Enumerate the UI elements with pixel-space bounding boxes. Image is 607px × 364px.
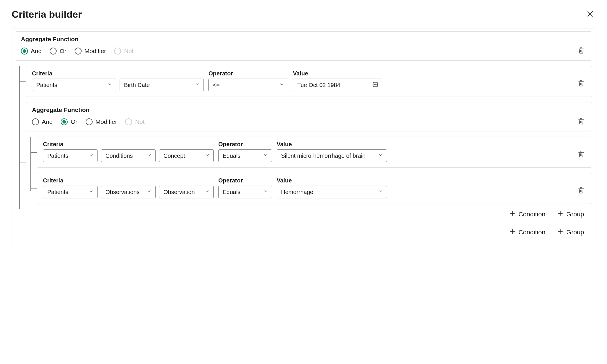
criteria-select-2[interactable]: Concept [159,149,214,162]
radio-or[interactable]: Or [50,48,66,55]
radio-icon [75,48,82,55]
add-group-button[interactable]: Group [556,209,585,220]
aggregate-group-root: Aggregate Function And Or Modifier Not [15,31,592,61]
chevron-down-icon [378,153,383,159]
operator-select[interactable]: <= [208,79,288,91]
radio-modifier[interactable]: Modifier [86,118,117,125]
radio-label: Not [135,118,145,125]
select-value: Equals [223,153,240,159]
select-value: <= [213,82,219,88]
radio-not: Not [125,118,145,125]
action-label: Condition [518,211,545,218]
value-label: Value [277,177,387,184]
svg-point-6 [375,84,376,85]
select-value: Patients [47,189,68,195]
svg-point-7 [376,84,377,85]
trash-icon [577,79,585,88]
criteria-select-1[interactable]: Birth Date [120,79,204,91]
criteria-label: Criteria [43,141,214,148]
svg-point-5 [374,84,375,85]
radio-or[interactable]: Or [61,118,77,125]
criteria-root-container: Aggregate Function And Or Modifier Not [12,28,595,243]
chevron-down-icon [263,189,268,195]
criteria-select-0[interactable]: Patients [43,186,98,198]
condition-row: Criteria Patients Conditions [37,137,592,168]
aggregate-group-nested: Aggregate Function And Or Mo [26,102,592,131]
radio-label: Or [60,48,66,55]
close-button[interactable] [585,9,595,20]
value-select[interactable]: Silent micro-hemorrhage of brain [277,149,387,162]
condition-row: Criteria Patients Observations [37,173,592,204]
close-icon [586,10,594,19]
radio-and[interactable]: And [21,48,42,55]
operator-select[interactable]: Equals [218,149,272,162]
criteria-select-0[interactable]: Patients [32,79,116,91]
criteria-label: Criteria [32,70,204,77]
chevron-down-icon [147,189,152,195]
select-value: Silent micro-hemorrhage of brain [281,153,365,159]
radio-label: Not [124,48,134,55]
value-label: Value [277,141,387,148]
radio-label: Modifier [84,48,106,55]
criteria-select-1[interactable]: Conditions [101,149,156,162]
delete-condition-button[interactable] [576,149,586,160]
radio-icon [50,48,57,55]
radio-icon [32,118,39,125]
select-value: Birth Date [124,82,150,88]
value-date-input[interactable]: Tue Oct 02 1984 [293,79,382,91]
operator-select[interactable]: Equals [218,186,272,198]
select-value: Patients [47,153,68,159]
radio-icon [114,48,121,55]
add-condition-button[interactable]: Condition [508,227,547,238]
input-value: Tue Oct 02 1984 [297,82,340,88]
delete-condition-button[interactable] [576,78,586,89]
delete-condition-button[interactable] [576,185,586,196]
delete-group-button[interactable] [576,116,586,127]
aggregate-function-label: Aggregate Function [32,106,586,113]
chevron-down-icon [107,82,112,88]
delete-group-button[interactable] [576,46,586,56]
trash-icon [577,186,585,195]
plus-icon [557,228,563,236]
chevron-down-icon [205,153,210,159]
chevron-down-icon [147,153,152,159]
radio-label: And [31,48,42,55]
radio-and[interactable]: And [32,118,53,125]
add-condition-button[interactable]: Condition [508,209,547,220]
aggregate-function-label: Aggregate Function [21,36,586,43]
trash-icon [577,47,585,55]
criteria-select-2[interactable]: Observation [159,186,214,198]
condition-row: Criteria Patients Birth Date [26,66,592,97]
operator-label: Operator [208,70,288,77]
radio-not: Not [114,48,134,55]
select-value: Equals [223,189,240,195]
chevron-down-icon [89,153,94,159]
chevron-down-icon [378,189,383,195]
chevron-down-icon [89,189,94,195]
value-select[interactable]: Hemorrhage [277,186,387,198]
plus-icon [509,228,516,236]
page-title: Criteria builder [12,9,82,20]
criteria-select-0[interactable]: Patients [43,149,98,162]
select-value: Concept [163,153,185,159]
chevron-down-icon [205,189,210,195]
trash-icon [577,117,585,126]
criteria-select-1[interactable]: Observations [101,186,156,198]
chevron-down-icon [195,82,200,88]
radio-label: And [42,118,53,125]
select-value: Patients [36,82,57,88]
radio-modifier[interactable]: Modifier [75,48,106,55]
add-group-button[interactable]: Group [556,227,585,238]
plus-icon [509,210,516,218]
select-value: Observation [163,189,195,195]
trash-icon [577,150,585,159]
action-label: Group [566,229,584,236]
action-label: Group [566,211,584,218]
select-value: Conditions [105,153,133,159]
radio-icon [21,48,28,55]
criteria-label: Criteria [43,177,214,184]
radio-icon [86,118,93,125]
radio-label: Modifier [96,118,117,125]
value-label: Value [293,70,382,77]
chevron-down-icon [279,82,284,88]
